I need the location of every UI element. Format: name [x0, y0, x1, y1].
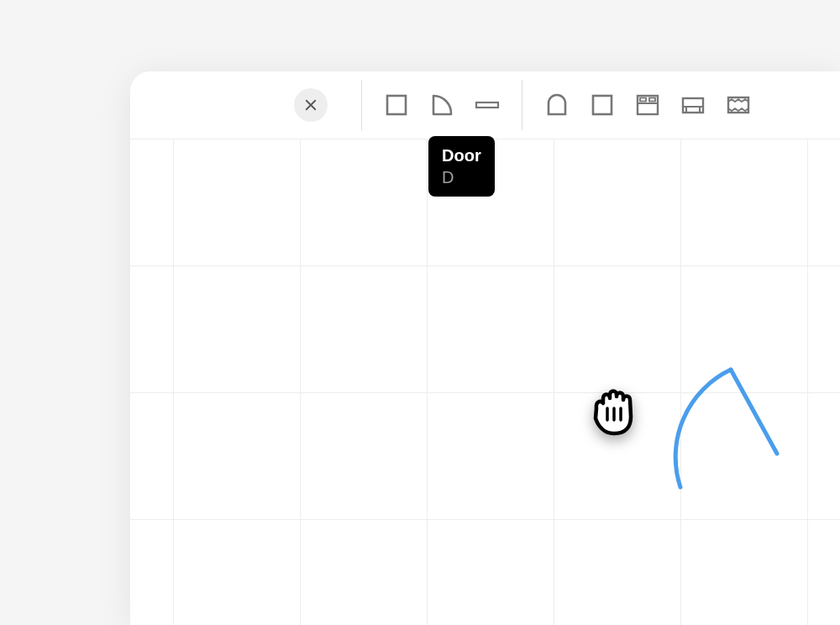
svg-rect-2: [593, 96, 612, 114]
window-tool-button[interactable]: [468, 86, 507, 124]
tooltip-shortcut: D: [442, 166, 481, 188]
toolbar: [130, 71, 840, 139]
door-tool-button[interactable]: [423, 86, 461, 124]
close-icon: [303, 97, 318, 113]
arch-tool-button[interactable]: [538, 86, 576, 124]
arch-icon: [543, 92, 570, 118]
toolbar-divider: [522, 80, 522, 130]
placed-door-object[interactable]: [651, 361, 785, 496]
rug-icon: [725, 92, 752, 118]
room-tool-button[interactable]: [377, 86, 416, 124]
door-icon: [428, 92, 455, 118]
tooltip-title: Door: [442, 144, 481, 166]
bed-tool-button[interactable]: [628, 86, 667, 124]
rug-tool-button[interactable]: [719, 86, 758, 124]
tooltip: Door D: [428, 136, 495, 197]
sofa-icon: [680, 92, 706, 118]
room-icon: [383, 92, 410, 118]
sofa-tool-button[interactable]: [674, 86, 712, 124]
canvas[interactable]: [130, 139, 840, 625]
svg-line-10: [731, 370, 777, 454]
square-tool-button[interactable]: [583, 86, 622, 124]
close-button[interactable]: [294, 88, 328, 122]
bed-icon: [634, 92, 661, 118]
toolbar-divider: [361, 80, 362, 130]
square-icon: [589, 92, 616, 118]
svg-rect-0: [387, 96, 406, 114]
svg-rect-6: [649, 98, 655, 102]
svg-rect-1: [476, 102, 498, 108]
svg-rect-5: [640, 98, 646, 102]
window-icon: [474, 92, 501, 118]
grab-cursor-icon: [584, 378, 649, 444]
